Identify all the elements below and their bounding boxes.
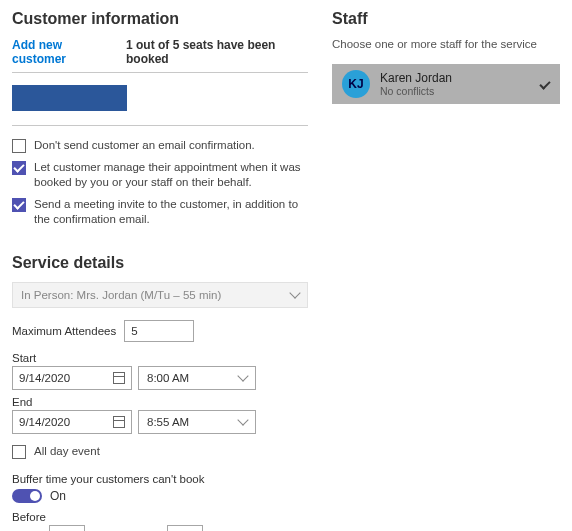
- end-time-select[interactable]: 8:55 AM: [138, 410, 256, 434]
- calendar-icon: [113, 372, 125, 384]
- all-day-checkbox[interactable]: [12, 445, 26, 459]
- chevron-down-icon: [289, 287, 300, 298]
- seats-booked-text: 1 out of 5 seats have been booked: [126, 38, 308, 66]
- calendar-icon: [113, 416, 125, 428]
- end-date-input[interactable]: 9/14/2020: [12, 410, 132, 434]
- dont-send-email-label: Don't send customer an email confirmatio…: [34, 138, 255, 154]
- all-day-label: All day event: [34, 444, 100, 460]
- add-new-customer-link[interactable]: Add new customer: [12, 38, 112, 66]
- customer-info-heading: Customer information: [12, 10, 308, 28]
- end-date-value: 9/14/2020: [19, 416, 70, 428]
- service-select[interactable]: In Person: Mrs. Jordan (M/Tu – 55 min): [12, 282, 308, 308]
- before-hours-select[interactable]: 0: [49, 525, 85, 531]
- let-manage-checkbox[interactable]: [12, 161, 26, 175]
- service-select-value: In Person: Mrs. Jordan (M/Tu – 55 min): [21, 289, 221, 301]
- start-date-value: 9/14/2020: [19, 372, 70, 384]
- max-attendees-label: Maximum Attendees: [12, 325, 116, 337]
- avatar: KJ: [342, 70, 370, 98]
- chevron-down-icon: [237, 370, 248, 381]
- dont-send-email-checkbox[interactable]: [12, 139, 26, 153]
- start-time-select[interactable]: 8:00 AM: [138, 366, 256, 390]
- let-manage-label: Let customer manage their appointment wh…: [34, 160, 308, 191]
- before-minutes-select[interactable]: 0: [167, 525, 203, 531]
- divider: [12, 125, 308, 126]
- end-time-value: 8:55 AM: [147, 416, 189, 428]
- check-icon: [539, 78, 550, 89]
- staff-member-card[interactable]: KJ Karen Jordan No conflicts: [332, 64, 560, 104]
- service-details-heading: Service details: [12, 254, 308, 272]
- staff-status: No conflicts: [380, 85, 530, 97]
- staff-heading: Staff: [332, 10, 560, 28]
- max-attendees-input[interactable]: 5: [124, 320, 194, 342]
- buffer-label: Buffer time your customers can't book: [12, 473, 308, 485]
- customer-chip[interactable]: [12, 85, 127, 111]
- start-time-value: 8:00 AM: [147, 372, 189, 384]
- before-label: Before: [12, 511, 308, 523]
- staff-subtext: Choose one or more staff for the service: [332, 38, 560, 50]
- send-meeting-label: Send a meeting invite to the customer, i…: [34, 197, 308, 228]
- max-attendees-value: 5: [131, 325, 137, 337]
- end-label: End: [12, 396, 308, 408]
- buffer-toggle[interactable]: [12, 489, 42, 503]
- chevron-down-icon: [237, 414, 248, 425]
- buffer-toggle-state: On: [50, 489, 66, 503]
- start-date-input[interactable]: 9/14/2020: [12, 366, 132, 390]
- staff-name: Karen Jordan: [380, 71, 530, 85]
- start-label: Start: [12, 352, 308, 364]
- divider: [12, 72, 308, 73]
- send-meeting-checkbox[interactable]: [12, 198, 26, 212]
